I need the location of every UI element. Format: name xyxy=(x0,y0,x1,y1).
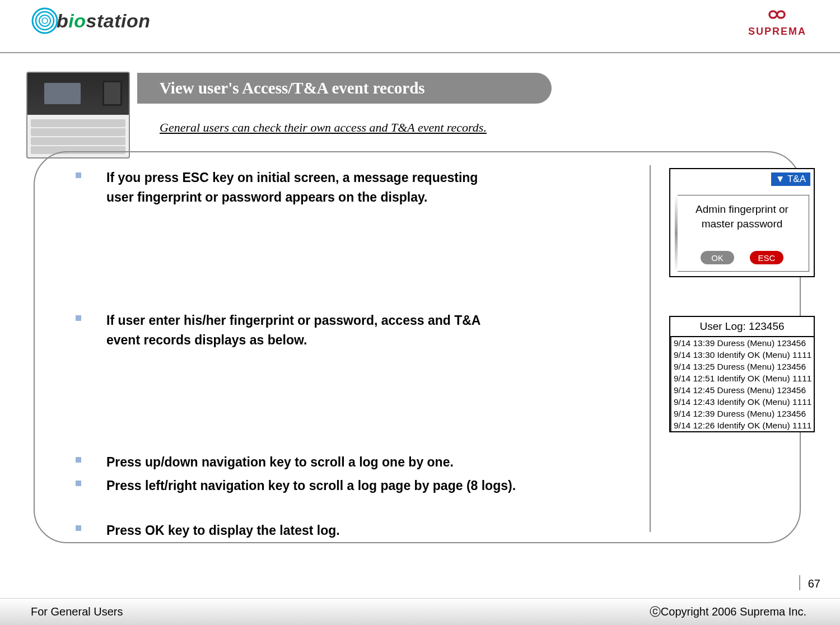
bullet-text: Press left/right navigation key to scrol… xyxy=(106,476,516,496)
suprema-logo-text: SUPREMA xyxy=(748,26,806,38)
biostation-logo-text: biostation xyxy=(57,10,150,32)
page-footer: For General Users ⓒCopyright 2006 Suprem… xyxy=(0,598,840,625)
device-screen-auth: ▼ T&A Admin fingerprint or master passwo… xyxy=(669,168,815,277)
device-screen-userlog: User Log: 123456 9/14 13:39 Duress (Menu… xyxy=(669,316,815,432)
bullet-1: If you press ESC key on initial screen, … xyxy=(76,168,498,207)
vertical-divider xyxy=(650,165,651,532)
infinity-icon xyxy=(762,7,792,22)
svg-point-3 xyxy=(42,18,48,24)
bullet-text: Press up/down navigation key to scroll a… xyxy=(106,453,454,472)
esc-button[interactable]: ESC xyxy=(750,251,783,264)
swirl-icon xyxy=(31,7,59,35)
log-entry: 9/14 12:51 Identify OK (Menu) 1111 xyxy=(670,372,814,384)
page-number: 67 xyxy=(799,575,820,590)
ok-button[interactable]: OK xyxy=(701,251,734,264)
log-entry: 9/14 13:39 Duress (Menu) 123456 xyxy=(670,337,814,349)
bullet-text: If you press ESC key on initial screen, … xyxy=(106,168,498,207)
footer-right: ⓒCopyright 2006 Suprema Inc. xyxy=(650,604,806,619)
title-banner: View user's Access/T&A event records xyxy=(137,73,552,104)
auth-prompt-line1: Admin fingerprint or xyxy=(675,202,809,217)
bullet-icon xyxy=(76,481,81,486)
log-entry: 9/14 13:25 Duress (Menu) 123456 xyxy=(670,361,814,372)
bullet-icon xyxy=(76,315,81,321)
device-thumbnail xyxy=(26,72,130,158)
bullet-text: Press OK key to display the latest log. xyxy=(106,521,340,540)
log-entry: 9/14 12:39 Duress (Menu) 123456 xyxy=(670,408,814,419)
ta-mode-label: ▼ T&A xyxy=(771,172,810,186)
footer-left: For General Users xyxy=(31,605,123,618)
suprema-logo: SUPREMA xyxy=(748,7,806,38)
bullet-text: If user enter his/her fingerprint or pas… xyxy=(106,311,498,349)
bullet-5: Press OK key to display the latest log. xyxy=(76,521,340,540)
bullet-4: Press left/right navigation key to scrol… xyxy=(76,476,516,496)
bullet-icon xyxy=(76,525,81,531)
page-header: biostation SUPREMA xyxy=(0,0,840,53)
page-title: View user's Access/T&A event records xyxy=(160,79,425,97)
svg-point-2 xyxy=(39,15,50,26)
auth-prompt-line2: master password xyxy=(675,217,809,231)
auth-prompt-frame: Admin fingerprint or master password OK … xyxy=(675,195,809,272)
bullet-2: If user enter his/her fingerprint or pas… xyxy=(76,311,498,349)
log-entry: 9/14 12:43 Identify OK (Menu) 1111 xyxy=(670,396,814,408)
page-subtitle: General users can check their own access… xyxy=(160,120,487,135)
log-entry: 9/14 13:30 Identify OK (Menu) 1111 xyxy=(670,349,814,361)
bullet-icon xyxy=(76,172,81,178)
log-entry: 9/14 12:45 Duress (Menu) 123456 xyxy=(670,384,814,396)
user-log-title: User Log: 123456 xyxy=(670,317,814,337)
svg-point-1 xyxy=(36,12,54,30)
log-entry: 9/14 12:26 Identify OK (Menu) 1111 xyxy=(670,419,814,431)
bullet-icon xyxy=(76,457,81,463)
bullet-3: Press up/down navigation key to scroll a… xyxy=(76,453,454,472)
biostation-logo: biostation xyxy=(31,7,150,35)
